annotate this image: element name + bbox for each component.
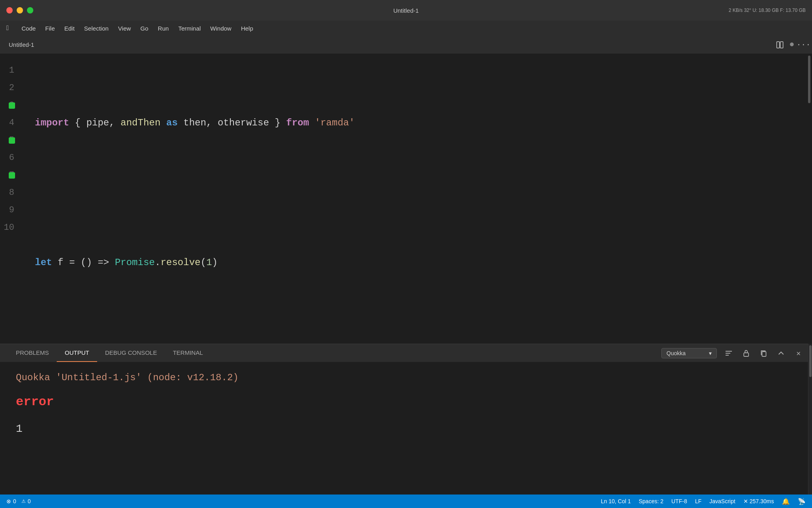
panel-tabs-right: Quokka ▾ <box>661 348 804 359</box>
status-bar: ⊗ 0 ⚠ 0 Ln 10, Col 1 Spaces: 2 UTF-8 LF … <box>0 495 812 508</box>
lock-icon[interactable] <box>741 348 752 359</box>
panel-content: Quokka 'Untitled-1.js' (node: v12.18.2) … <box>0 362 812 495</box>
broadcast-icon[interactable]: 📡 <box>798 498 806 505</box>
split-editor-icon[interactable] <box>776 41 783 48</box>
panel-scrollbar-thumb[interactable] <box>809 345 812 377</box>
menu-terminal[interactable]: Terminal <box>178 25 201 32</box>
line-numbers: 1 2 3 4 5 6 7 8 9 10 <box>0 54 32 344</box>
warning-icon: ⚠ <box>21 498 26 504</box>
error-number: 0 <box>13 498 16 504</box>
line-num-8: 8 <box>0 184 22 202</box>
svg-rect-1 <box>780 42 783 48</box>
cursor-position[interactable]: Ln 10, Col 1 <box>601 498 631 504</box>
code-line-2 <box>32 184 812 202</box>
code-line-4 <box>32 324 812 341</box>
error-count[interactable]: ⊗ 0 ⚠ 0 <box>6 498 31 504</box>
tab-icons: ● ··· <box>776 41 807 48</box>
output-number-value: 1 <box>16 420 796 438</box>
traffic-lights <box>6 7 33 13</box>
line-num-10: 10 <box>0 219 22 237</box>
dropdown-value: Quokka <box>666 350 686 356</box>
code-line-1: import { pipe, andThen as then, otherwis… <box>32 114 812 132</box>
code-line-3: let f = () => Promise.resolve(1) <box>32 254 812 271</box>
status-right: Ln 10, Col 1 Spaces: 2 UTF-8 LF JavaScri… <box>601 498 806 505</box>
menu-selection[interactable]: Selection <box>84 25 109 32</box>
panel-scrollbar[interactable] <box>808 344 812 495</box>
editor-scrollbar[interactable] <box>806 54 812 344</box>
list-filter-icon[interactable] <box>723 348 734 359</box>
fullscreen-button[interactable] <box>27 7 33 13</box>
menu-bar:  Code File Edit Selection View Go Run T… <box>0 21 812 36</box>
panel: PROBLEMS OUTPUT DEBUG CONSOLE TERMINAL Q… <box>0 344 812 495</box>
gutter-icons <box>9 62 15 184</box>
menu-file[interactable]: File <box>45 25 55 32</box>
menu-edit[interactable]: Edit <box>64 25 75 32</box>
title-bar-right: 2 KB/s 32° U: 18.30 GB F: 13.70 GB <box>729 8 806 13</box>
scrollbar-thumb[interactable] <box>808 56 810 103</box>
menu-go[interactable]: Go <box>140 25 148 32</box>
menu-view[interactable]: View <box>118 25 131 32</box>
encoding[interactable]: UTF-8 <box>671 498 687 504</box>
tab-output[interactable]: OUTPUT <box>57 344 97 362</box>
menu-run[interactable]: Run <box>158 25 169 32</box>
panel-tabs-left: PROBLEMS OUTPUT DEBUG CONSOLE TERMINAL <box>8 344 211 362</box>
system-info: 2 KB/s 32° U: 18.30 GB F: 13.70 GB <box>729 8 806 13</box>
timing: ✕ 257.30ms <box>743 498 774 504</box>
notification-icon[interactable]: 🔔 <box>782 498 790 505</box>
apple-menu[interactable]:  <box>6 24 9 32</box>
menu-help[interactable]: Help <box>241 25 253 32</box>
editor-tab[interactable]: Untitled-1 <box>5 41 38 48</box>
output-error-value: error <box>16 392 796 412</box>
svg-rect-0 <box>777 42 779 48</box>
code-editor[interactable]: 1 2 3 4 5 6 7 8 9 10 <box>0 54 812 344</box>
output-quokka-line: Quokka 'Untitled-1.js' (node: v12.18.2) <box>16 370 796 385</box>
status-left: ⊗ 0 ⚠ 0 <box>6 498 31 504</box>
svg-rect-5 <box>744 353 749 356</box>
svg-rect-6 <box>762 352 766 356</box>
panel-tabs: PROBLEMS OUTPUT DEBUG CONSOLE TERMINAL Q… <box>0 344 812 362</box>
tab-terminal[interactable]: TERMINAL <box>165 344 211 362</box>
tab-label: Untitled-1 <box>9 41 34 48</box>
line-num-9: 9 <box>0 202 22 219</box>
tab-problems[interactable]: PROBLEMS <box>8 344 57 362</box>
chevron-down-icon: ▾ <box>709 350 712 356</box>
language-mode[interactable]: JavaScript <box>709 498 735 504</box>
tab-debug-console[interactable]: DEBUG CONSOLE <box>97 344 165 362</box>
menu-window[interactable]: Window <box>210 25 231 32</box>
title-bar: Untitled-1 2 KB/s 32° U: 18.30 GB F: 13.… <box>0 0 812 21</box>
close-button[interactable] <box>6 7 13 13</box>
copy-icon[interactable] <box>758 348 769 359</box>
collapse-panel-icon[interactable] <box>776 348 787 359</box>
error-icon: ⊗ <box>6 498 11 504</box>
editor-tabs: Untitled-1 ● ··· <box>0 36 812 54</box>
indentation[interactable]: Spaces: 2 <box>639 498 663 504</box>
minimize-button[interactable] <box>17 7 23 13</box>
circle-icon: ● <box>788 41 795 48</box>
menu-code[interactable]: Code <box>21 25 36 32</box>
close-panel-icon[interactable]: ✕ <box>793 348 804 359</box>
window-title: Untitled-1 <box>393 7 419 14</box>
output-source-dropdown[interactable]: Quokka ▾ <box>661 348 717 358</box>
eol[interactable]: LF <box>695 498 701 504</box>
more-options-icon[interactable]: ··· <box>800 41 807 48</box>
warning-number: 0 <box>28 498 31 504</box>
editor-container: Untitled-1 ● ··· 1 2 3 4 5 6 7 8 9 10 <box>0 36 812 508</box>
code-content[interactable]: import { pipe, andThen as then, otherwis… <box>32 54 812 344</box>
